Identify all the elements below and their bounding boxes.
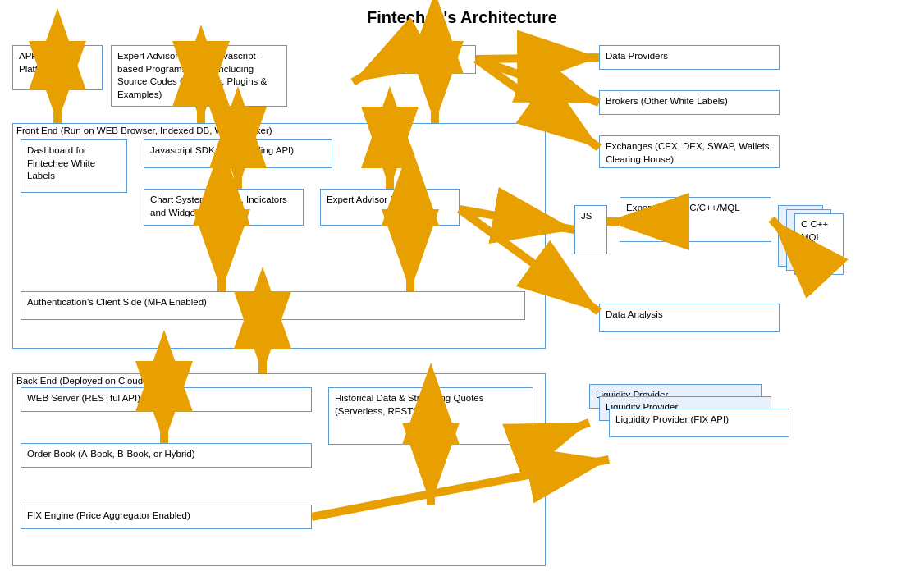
box-liquidity-3: Liquidity Provider (FIX API): [609, 409, 789, 437]
page-title: Fintechee's Architecture: [8, 8, 916, 27]
box-ea-engine: Expert Advisor Engine: [320, 189, 460, 226]
box-ea-studio: Expert Advisor Studio (Javascript-based …: [111, 45, 287, 107]
box-data-providers: Data Providers: [599, 45, 780, 70]
svg-line-21: [353, 59, 394, 82]
box-lang-3: C C++ MQL: [794, 213, 844, 275]
box-compiler: Expert Advisor C/C++/MQL Compiler: [620, 197, 771, 242]
box-js: JS: [574, 205, 607, 254]
box-chart-system: Chart System (Charts, Indicators and Wid…: [144, 189, 304, 226]
box-js-sdk: Javascript SDK (Algo Trading API): [144, 139, 332, 168]
box-brokers: Brokers (Other White Labels): [599, 90, 780, 115]
box-web-server: WEB Server (RESTful API): [21, 387, 312, 412]
box-app: APP (Cross Platforms): [12, 45, 103, 90]
box-order-book: Order Book (A-Book, B-Book, or Hybrid): [21, 443, 312, 468]
page: Fintechee's Architecture APP (Cross Plat…: [0, 0, 924, 585]
svg-line-11: [476, 57, 599, 59]
box-historical: Historical Data & Streaming Quotes (Serv…: [328, 387, 533, 445]
box-dashboard: Dashboard for Fintechee White Labels: [21, 139, 127, 193]
box-fix-engine: FIX Engine (Price Aggregator Enabled): [21, 505, 312, 529]
svg-line-12: [476, 59, 599, 103]
box-auth: Authentication's Client Side (MFA Enable…: [21, 291, 525, 320]
label-frontend: Front End (Run on WEB Browser, Indexed D…: [16, 126, 272, 135]
box-data-analysis: Data Analysis: [599, 304, 780, 332]
box-plugins: Plugins: [394, 45, 476, 74]
label-backend: Back End (Deployed on Cloud Services): [16, 376, 185, 386]
box-exchanges: Exchanges (CEX, DEX, SWAP, Wallets, Clea…: [599, 135, 780, 168]
